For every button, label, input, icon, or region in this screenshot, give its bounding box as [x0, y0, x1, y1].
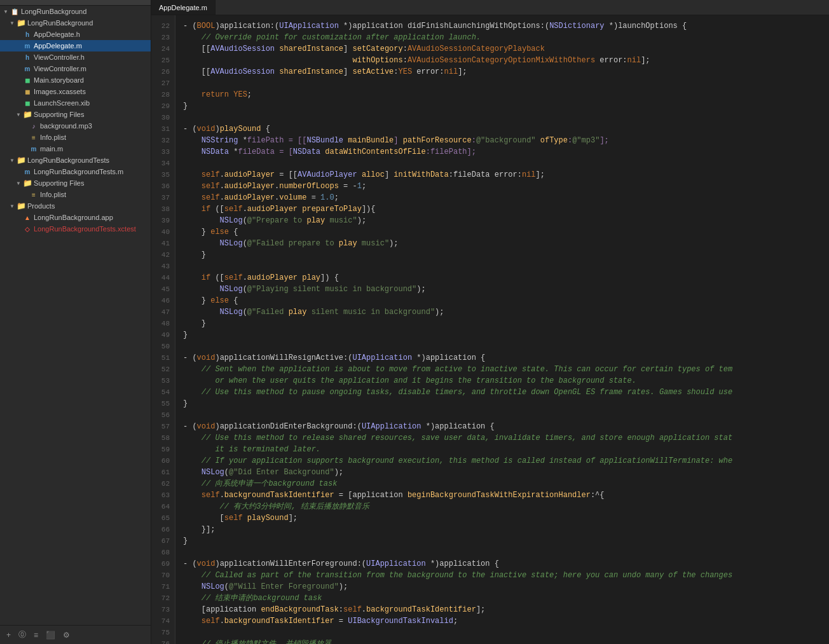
code-line[interactable]: }	[183, 329, 824, 341]
line-number: 70	[156, 570, 170, 581]
line-number: 26	[156, 66, 170, 78]
code-line[interactable]: }	[183, 249, 824, 261]
sidebar-item-supporting-files-2[interactable]: ▼📁Supporting Files	[0, 177, 151, 189]
code-line[interactable]: // Called as part of the transition from…	[183, 570, 824, 581]
code-line[interactable]: NSLog(@"Failed prepare to play music");	[183, 238, 824, 249]
sidebar-item-supporting-files-1[interactable]: ▼📁Supporting Files	[0, 109, 151, 120]
line-number: 61	[156, 467, 170, 478]
sidebar-toolbar-btn-1[interactable]: +	[5, 628, 12, 641]
sidebar-item-label: ViewController.h	[34, 53, 85, 61]
code-line[interactable]: self.audioPlayer.numberOfLoops = -1;	[183, 181, 824, 192]
sidebar-toolbar-btn-2[interactable]: ⓪	[17, 628, 27, 641]
code-line[interactable]	[183, 261, 824, 272]
code-line[interactable]: withOptions:AVAudioSessionCategoryOption…	[183, 55, 824, 66]
code-line[interactable]: NSLog(@"Will Enter Foreground");	[183, 581, 824, 593]
code-line[interactable]: }	[183, 100, 824, 112]
code-line[interactable]: self.backgroundTaskIdentifier = UIBackgr…	[183, 615, 824, 627]
sidebar-item-appdelegate-h[interactable]: hAppDelegate.h	[0, 29, 151, 40]
code-line[interactable]: it is terminated later.	[183, 444, 824, 455]
code-line[interactable]: [self playSound];	[183, 512, 824, 524]
code-line[interactable]	[183, 78, 824, 89]
code-line[interactable]: - (void)applicationWillEnterForeground:(…	[183, 558, 824, 570]
code-line[interactable]: [[AVAudioSession sharedInstance] setActi…	[183, 66, 824, 78]
code-line[interactable]: }	[183, 398, 824, 409]
code-line[interactable]: - (BOOL)application:(UIApplication *)app…	[183, 20, 824, 32]
sidebar-toolbar-btn-3[interactable]: ≡	[32, 628, 39, 641]
code-line[interactable]: NSLog(@"Prepare to play music");	[183, 215, 824, 226]
code-line[interactable]: // Override point for customization afte…	[183, 32, 824, 43]
group-icon: 📁	[17, 156, 25, 165]
code-line[interactable]: self.audioPlayer.volume = 1.0;	[183, 192, 824, 203]
sidebar-item-label: LongRunBackgroundTests.xctest	[34, 225, 136, 233]
code-line[interactable]: // 向系统申请一个background task	[183, 478, 824, 490]
code-line[interactable]	[183, 112, 824, 123]
sidebar-item-viewcontroller-m[interactable]: mViewController.m	[0, 63, 151, 74]
chevron-icon: ▼	[15, 180, 22, 186]
code-line[interactable]: }	[183, 318, 824, 329]
code-line[interactable]: - (void)applicationWillResignActive:(UIA…	[183, 352, 824, 364]
sidebar-item-main-storyboard[interactable]: ◼Main.storyboard	[0, 74, 151, 86]
file-tree: ▼📋LongRunBackground▼📁LongRunBackgroundhA…	[0, 6, 151, 235]
sidebar-item-app-product[interactable]: ▲LongRunBackground.app	[0, 212, 151, 223]
sidebar-item-viewcontroller-h[interactable]: hViewController.h	[0, 51, 151, 63]
code-line[interactable]: // 有大约3分钟时间, 结束后播放静默音乐	[183, 501, 824, 512]
sidebar-item-label: Info.plist	[40, 134, 66, 141]
code-line[interactable]: // 结束申请的background task	[183, 593, 824, 604]
sidebar-item-appdelegate-m[interactable]: mAppDelegate.m	[0, 40, 151, 51]
code-line[interactable]: } else {	[183, 226, 824, 238]
code-container[interactable]: 2223242526272829303132333435363738394041…	[151, 15, 829, 644]
code-line[interactable]: if ([self.audioPlayer play]) {	[183, 272, 824, 284]
code-line[interactable]: or when the user quits the application a…	[183, 375, 824, 387]
line-number: 51	[156, 352, 170, 364]
code-line[interactable]: self.audioPlayer = [[AVAudioPlayer alloc…	[183, 169, 824, 181]
code-line[interactable]	[183, 627, 824, 638]
code-line[interactable]: if ([self.audioPlayer prepareToPlay]){	[183, 203, 824, 215]
code-line[interactable]: // 停止播放静默文件, 并销毁播放器	[183, 638, 824, 644]
sidebar-item-info-plist-2[interactable]: ≡Info.plist	[0, 189, 151, 200]
code-line[interactable]: // Sent when the application is about to…	[183, 364, 824, 375]
code-line[interactable]: // Use this method to pause ongoing task…	[183, 387, 824, 398]
code-line[interactable]: - (void)playSound {	[183, 123, 824, 135]
sidebar-item-launchscreen-xib[interactable]: ◼LaunchScreen.xib	[0, 97, 151, 109]
code-content[interactable]: - (BOOL)application:(UIApplication *)app…	[175, 15, 829, 644]
folder-icon: 📁	[23, 179, 32, 188]
code-line[interactable]: } else {	[183, 295, 824, 306]
code-line[interactable]: // Use this method to release shared res…	[183, 432, 824, 444]
sidebar-item-group-products[interactable]: ▼📁Products	[0, 200, 151, 212]
plist-icon: ≡	[29, 133, 38, 142]
code-line[interactable]	[183, 409, 824, 421]
sidebar-item-group-main[interactable]: ▼📁LongRunBackground	[0, 17, 151, 29]
sidebar-item-images-xcassets[interactable]: ◼Images.xcassets	[0, 86, 151, 97]
sidebar-item-background-mp3[interactable]: ♪background.mp3	[0, 120, 151, 132]
editor-tab-appdelegate[interactable]: AppDelegate.m	[151, 0, 216, 15]
sidebar-item-group-tests[interactable]: ▼📁LongRunBackgroundTests	[0, 154, 151, 166]
sidebar-item-label: Supporting Files	[34, 179, 85, 187]
line-number: 50	[156, 341, 170, 352]
code-line[interactable]: NSLog(@"Failed play silent music in back…	[183, 306, 824, 318]
code-line[interactable]: return YES;	[183, 89, 824, 100]
m-icon: m	[29, 144, 38, 153]
sidebar-item-xctest-product[interactable]: ◇LongRunBackgroundTests.xctest	[0, 223, 151, 235]
sidebar-item-main-m[interactable]: mmain.m	[0, 143, 151, 154]
code-line[interactable]: // If your application supports backgrou…	[183, 455, 824, 467]
code-line[interactable]: - (void)applicationDidEnterBackground:(U…	[183, 421, 824, 432]
sidebar-item-tests-m[interactable]: mLongRunBackgroundTests.m	[0, 166, 151, 177]
line-numbers: 2223242526272829303132333435363738394041…	[151, 15, 175, 644]
code-line[interactable]: }];	[183, 524, 824, 535]
code-line[interactable]: [[AVAudioSession sharedInstance] setCate…	[183, 43, 824, 55]
code-line[interactable]: NSLog(@"Playing silent music in backgrou…	[183, 284, 824, 295]
sidebar-item-root[interactable]: ▼📋LongRunBackground	[0, 6, 151, 17]
code-line[interactable]: [application endBackgroundTask:self.back…	[183, 604, 824, 615]
code-line[interactable]: NSData *fileData = [NSData dataWithConte…	[183, 146, 824, 158]
sidebar-toolbar-btn-5[interactable]: ⚙	[62, 628, 71, 641]
code-line[interactable]	[183, 547, 824, 558]
code-line[interactable]: NSString *filePath = [[NSBundle mainBund…	[183, 135, 824, 146]
code-line[interactable]: }	[183, 535, 824, 547]
code-line[interactable]: NSLog(@"Did Enter Background");	[183, 467, 824, 478]
code-line[interactable]	[183, 158, 824, 169]
code-line[interactable]	[183, 341, 824, 352]
editor-tab-bar: AppDelegate.m	[151, 0, 829, 15]
code-line[interactable]: self.backgroundTaskIdentifier = [applica…	[183, 490, 824, 501]
sidebar-item-info-plist-1[interactable]: ≡Info.plist	[0, 132, 151, 143]
sidebar-toolbar-btn-4[interactable]: ⬛	[45, 628, 57, 641]
